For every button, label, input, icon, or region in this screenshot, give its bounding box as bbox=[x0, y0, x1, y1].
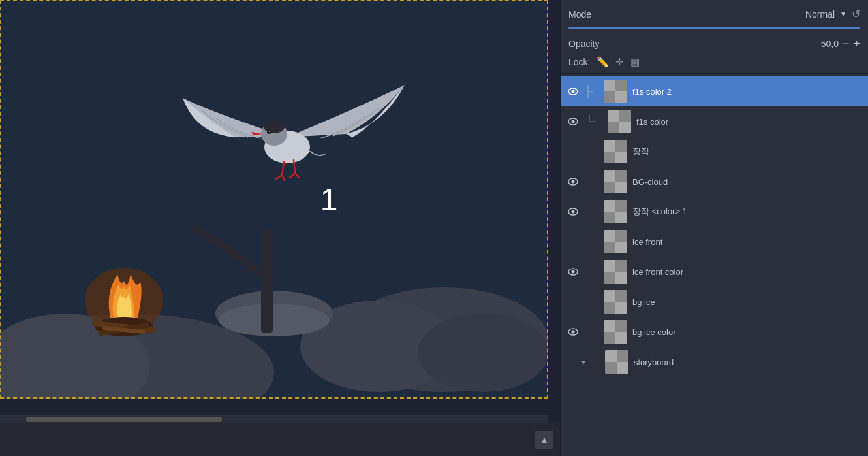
eye-icon-f1s-color-2[interactable] bbox=[566, 84, 580, 99]
layer-thumb-ice-front-color bbox=[604, 260, 627, 284]
svg-point-32 bbox=[572, 270, 575, 274]
opacity-row: Opacity 50,0 − + bbox=[568, 38, 860, 50]
eye-icon-ice-front-color[interactable] bbox=[566, 265, 580, 279]
mode-row: Mode Normal ▼ ↺ bbox=[568, 5, 860, 20]
layer-thumb-bg-ice bbox=[604, 290, 627, 314]
layers-list: f1s color 2 f1s color bbox=[561, 74, 868, 456]
mode-value: Normal bbox=[805, 9, 835, 20]
svg-point-16 bbox=[264, 120, 285, 133]
mode-label: Mode bbox=[568, 9, 591, 20]
layer-name-ice-front: ice front bbox=[632, 237, 863, 247]
layer-item-jangchak[interactable]: 장작 bbox=[561, 137, 868, 167]
layer-thumb-jangchak bbox=[604, 140, 627, 163]
canvas-content: 1 bbox=[0, 0, 548, 399]
layer-item-bg-cloud[interactable]: BG-cloud bbox=[561, 167, 868, 197]
eye-icon-bg-ice-color[interactable] bbox=[566, 325, 580, 339]
layer-name-jangchak: 장작 bbox=[632, 146, 863, 157]
layer-item-jangchak-color-1[interactable]: 장작 <color> 1 bbox=[561, 197, 868, 227]
nav-up-arrow[interactable]: ▲ bbox=[535, 431, 553, 449]
layer-item-f1s-color-2[interactable]: f1s color 2 bbox=[561, 76, 868, 106]
layer-item-ice-front[interactable]: ice front bbox=[561, 227, 868, 257]
layer-item-f1s-color[interactable]: f1s color bbox=[561, 106, 868, 137]
layer-name-ice-front-color: ice front color bbox=[632, 267, 863, 277]
eye-icon-jangchak-color-1[interactable] bbox=[566, 204, 580, 219]
lock-paint-icon[interactable]: ✏️ bbox=[597, 56, 609, 68]
layer-thumb-f1s-color bbox=[608, 110, 631, 133]
layer-item-storyboard[interactable]: ▼ storyboard bbox=[561, 347, 868, 377]
lock-row: Lock: ✏️ ✛ ▦ bbox=[568, 56, 860, 68]
opacity-slider[interactable] bbox=[568, 27, 860, 29]
layer-name-bg-ice-color: bg ice color bbox=[632, 327, 863, 337]
svg-point-17 bbox=[267, 130, 271, 134]
svg-point-30 bbox=[572, 210, 575, 214]
layer-item-ice-front-color[interactable]: ice front color bbox=[561, 257, 868, 287]
layer-thumb-bg-ice-color bbox=[604, 320, 627, 344]
layer-name-f1s-color-2: f1s color 2 bbox=[632, 87, 863, 97]
lock-alpha-icon[interactable]: ▦ bbox=[630, 56, 640, 68]
layer-item-bg-ice-color[interactable]: bg ice color bbox=[561, 317, 868, 347]
right-panel: Mode Normal ▼ ↺ Opacity 50,0 − + Lock: ✏… bbox=[560, 0, 868, 456]
layer-thumb-ice-front bbox=[604, 230, 627, 253]
svg-point-20 bbox=[572, 90, 575, 93]
svg-point-18 bbox=[269, 131, 270, 132]
canvas-scrollbar[interactable] bbox=[0, 415, 548, 423]
svg-rect-8 bbox=[261, 229, 273, 333]
svg-point-24 bbox=[572, 120, 575, 123]
storyboard-collapse-arrow[interactable]: ▼ bbox=[580, 359, 587, 366]
layer-name-jangchak-color-1: 장작 <color> 1 bbox=[632, 206, 863, 218]
layer-thumb-jangchak-color-1 bbox=[604, 200, 627, 223]
svg-point-28 bbox=[572, 180, 575, 184]
mode-dropdown-arrow[interactable]: ▼ bbox=[840, 10, 846, 18]
opacity-controls: 50,0 − + bbox=[821, 38, 860, 50]
layer-name-f1s-color: f1s color bbox=[636, 117, 863, 127]
layer-thumb-storyboard bbox=[605, 350, 628, 374]
layer-thumb-bg-cloud bbox=[604, 170, 627, 193]
svg-point-34 bbox=[572, 331, 575, 334]
canvas-bottom-bar: ▲ bbox=[0, 423, 560, 456]
layer-item-bg-ice[interactable]: bg ice bbox=[561, 287, 868, 317]
lock-position-icon[interactable]: ✛ bbox=[615, 56, 624, 68]
opacity-minus-button[interactable]: − bbox=[843, 38, 850, 50]
layer-name-storyboard: storyboard bbox=[634, 357, 863, 367]
eye-icon-bg-cloud[interactable] bbox=[566, 174, 580, 189]
layer-name-bg-cloud: BG-cloud bbox=[632, 177, 863, 187]
svg-point-7 bbox=[219, 304, 330, 336]
canvas-scrollbar-thumb[interactable] bbox=[26, 417, 222, 422]
eye-icon-f1s-color[interactable] bbox=[566, 114, 580, 129]
opacity-value: 50,0 bbox=[821, 39, 839, 49]
lock-label: Lock: bbox=[568, 57, 590, 67]
opacity-label: Opacity bbox=[568, 39, 599, 49]
layer-name-bg-ice: bg ice bbox=[632, 297, 863, 307]
canvas-area: 1 ▲ bbox=[0, 0, 560, 456]
svg-point-3 bbox=[418, 314, 548, 392]
layer-thumb-f1s-color-2 bbox=[604, 80, 627, 103]
reset-icon[interactable]: ↺ bbox=[852, 8, 860, 20]
opacity-plus-button[interactable]: + bbox=[853, 38, 860, 50]
panel-header: Mode Normal ▼ ↺ Opacity 50,0 − + Lock: ✏… bbox=[561, 0, 868, 74]
